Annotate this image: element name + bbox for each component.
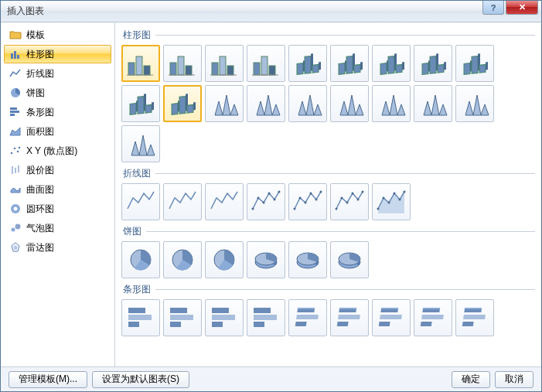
svg-rect-158 (380, 315, 402, 319)
svg-rect-139 (170, 308, 187, 313)
svg-point-115 (341, 197, 343, 199)
set-default-button[interactable]: 设置为默认图表(S) (92, 371, 189, 388)
chart-tile[interactable] (247, 241, 285, 278)
chart-tile[interactable] (163, 85, 202, 122)
chart-tile[interactable] (121, 241, 160, 278)
svg-rect-60 (464, 63, 470, 75)
sidebar-item-doughnut-chart[interactable]: 圆环图 (4, 199, 111, 218)
chart-tile[interactable] (330, 45, 369, 82)
chart-tile[interactable] (372, 183, 411, 220)
chart-tile[interactable] (121, 299, 160, 336)
chart-tile[interactable] (372, 45, 411, 82)
pie-chart-icon (9, 87, 22, 99)
chart-tile[interactable] (205, 299, 244, 336)
svg-point-117 (352, 193, 354, 195)
ok-button[interactable]: 确定 (452, 371, 490, 388)
chart-tile[interactable] (330, 299, 369, 336)
chart-tile[interactable] (372, 85, 411, 122)
chart-tile[interactable] (455, 85, 494, 122)
svg-rect-28 (212, 63, 218, 75)
chart-tile[interactable] (163, 183, 202, 220)
svg-rect-5 (10, 111, 19, 113)
svg-point-103 (257, 197, 260, 199)
chart-tile[interactable] (247, 183, 285, 220)
sidebar-item-pie-chart[interactable]: 饼图 (4, 84, 111, 102)
chart-tile[interactable] (205, 183, 244, 220)
svg-marker-94 (431, 95, 439, 115)
chart-tile[interactable] (247, 299, 285, 336)
chart-tile[interactable] (288, 183, 327, 220)
chart-tile[interactable] (372, 299, 411, 336)
chart-tile[interactable] (330, 183, 369, 220)
sidebar-item-stock-chart[interactable]: 股价图 (4, 161, 111, 179)
svg-rect-163 (421, 322, 432, 326)
sidebar-item-label: 饼图 (26, 87, 45, 100)
sidebar-item-folder[interactable]: 模板 (4, 26, 111, 44)
svg-rect-151 (295, 322, 307, 326)
category-sidebar: 模板柱形图折线图饼图条形图面积图X Y (散点图)股价图曲面图圆环图气泡图雷达图 (1, 22, 115, 366)
chart-tile[interactable] (163, 45, 202, 82)
svg-point-102 (252, 208, 254, 210)
chart-tile[interactable] (121, 85, 160, 122)
svg-rect-30 (227, 66, 234, 75)
bar-chart-icon (9, 106, 22, 118)
sidebar-item-bubble-chart[interactable]: 气泡图 (4, 219, 111, 237)
sidebar-item-bar-chart[interactable]: 条形图 (4, 103, 111, 121)
svg-rect-138 (128, 322, 139, 327)
sidebar-item-column-chart[interactable]: 柱形图 (4, 45, 111, 63)
svg-rect-1 (14, 51, 16, 59)
chart-tile[interactable] (455, 45, 494, 82)
chart-tile[interactable] (205, 45, 244, 82)
sidebar-item-area-chart[interactable]: 面积图 (4, 122, 111, 141)
manage-templates-button[interactable]: 管理模板(M)... (9, 371, 87, 388)
chart-tile[interactable] (330, 241, 369, 278)
chart-tile[interactable] (288, 45, 327, 82)
chart-tile[interactable] (414, 45, 452, 82)
chart-tile[interactable] (247, 45, 285, 82)
chart-tile[interactable] (121, 125, 160, 162)
chart-tile[interactable] (455, 299, 494, 336)
bubble-chart-icon (9, 222, 22, 234)
svg-rect-147 (254, 322, 264, 327)
chart-tile[interactable] (121, 45, 160, 82)
dialog-window: 插入图表 ? ✕ 模板柱形图折线图饼图条形图面积图X Y (散点图)股价图曲面图… (0, 0, 542, 392)
area-chart-icon (9, 125, 22, 138)
cancel-button[interactable]: 取消 (495, 371, 533, 388)
dialog-title: 插入图表 (7, 5, 44, 18)
sidebar-item-label: 圆环图 (26, 203, 54, 216)
svg-marker-97 (473, 95, 481, 115)
svg-rect-145 (254, 308, 271, 313)
chart-tile[interactable] (330, 85, 369, 122)
chart-tile[interactable] (205, 85, 244, 122)
svg-marker-86 (314, 104, 322, 115)
svg-rect-58 (438, 64, 444, 73)
svg-rect-62 (472, 56, 478, 73)
chart-tile[interactable] (205, 241, 244, 278)
chart-tile[interactable] (288, 299, 327, 336)
svg-marker-99 (131, 141, 139, 155)
svg-marker-87 (340, 101, 348, 115)
svg-rect-68 (138, 96, 144, 114)
svg-point-9 (17, 151, 19, 153)
svg-rect-141 (170, 322, 181, 327)
sidebar-item-scatter-chart[interactable]: X Y (散点图) (4, 141, 111, 160)
chart-tile[interactable] (288, 241, 327, 278)
chart-tile[interactable] (414, 85, 452, 122)
chart-tile[interactable] (414, 299, 452, 336)
chart-tile[interactable] (247, 85, 285, 122)
sidebar-item-line-chart[interactable]: 折线图 (4, 64, 111, 83)
svg-marker-95 (439, 104, 447, 115)
chart-tile[interactable] (163, 241, 202, 278)
svg-rect-54 (422, 63, 428, 75)
sidebar-item-surface-chart[interactable]: 曲面图 (4, 180, 111, 199)
help-button[interactable]: ? (482, 1, 504, 15)
sidebar-item-radar-chart[interactable]: 雷达图 (4, 238, 111, 257)
chart-tile[interactable] (163, 299, 202, 336)
svg-rect-47 (360, 62, 363, 70)
chart-tile[interactable] (288, 85, 327, 122)
svg-rect-20 (128, 63, 135, 75)
close-button[interactable]: ✕ (506, 1, 538, 15)
chart-tile[interactable] (121, 183, 160, 220)
svg-point-10 (19, 147, 21, 149)
svg-point-15 (14, 207, 18, 211)
